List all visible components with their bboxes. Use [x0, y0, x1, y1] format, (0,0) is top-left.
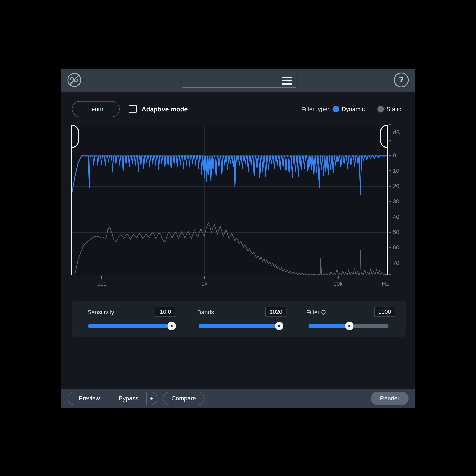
bands-label: Bands	[197, 309, 214, 316]
db-tick-label: 60	[393, 244, 399, 251]
filter_q-label: Filter Q	[306, 309, 326, 316]
filter_q-slider-fill	[308, 324, 349, 328]
filter-type-static-label: Static	[386, 101, 401, 117]
freq-tick-label: 100	[89, 280, 114, 287]
transport-button-group: Preview Bypass +	[68, 392, 157, 405]
freq-tick-mark	[338, 276, 339, 279]
adaptive-mode-label: Adaptive mode	[142, 101, 188, 117]
preview-button[interactable]: Preview	[68, 392, 111, 405]
db-tick-mark	[389, 201, 391, 202]
freq-tick-mark	[102, 276, 102, 279]
db-tick-label: 40	[393, 214, 399, 220]
add-preview-option-button[interactable]: +	[146, 392, 157, 405]
filter-type-radio-static[interactable]	[377, 106, 384, 113]
freq-tick-label: 1k	[192, 280, 217, 287]
db-tick-mark	[389, 124, 391, 125]
denoise-logo-icon	[67, 72, 82, 87]
db-tick-mark	[389, 140, 391, 141]
filter-type-radio-dynamic[interactable]	[332, 106, 340, 113]
screen-background: ? Learn Adaptive mode Filter type: Dynam…	[0, 0, 476, 476]
filter_q-value-field[interactable]: 1000	[374, 306, 395, 317]
bands-slider-fill	[199, 324, 279, 328]
db-tick-label: 10	[393, 168, 399, 174]
x-axis-line	[70, 274, 388, 275]
noise-spectrum-curve	[75, 223, 387, 275]
filter-type-label: Filter type:	[278, 101, 329, 117]
db-tick-mark	[389, 263, 391, 263]
sensitivity-label: Sensitivity	[87, 309, 114, 316]
db-tick-label: 0	[393, 152, 396, 159]
hamburger-menu-icon	[282, 77, 292, 78]
freq-tick-label: 10k	[326, 280, 350, 287]
db-tick-label: 70	[393, 260, 399, 266]
sensitivity-slider-thumb[interactable]	[168, 322, 176, 330]
bottom-bar: Preview Bypass + Compare Render	[61, 389, 415, 408]
filter-threshold-curve	[71, 156, 387, 196]
bands-slider-thumb[interactable]	[275, 322, 283, 330]
freq-tick-mark	[204, 276, 205, 279]
filter_q-slider-thumb[interactable]	[345, 322, 354, 330]
db-tick-mark	[389, 247, 391, 248]
compare-button[interactable]: Compare	[163, 392, 204, 405]
db-tick-mark	[389, 186, 391, 187]
adaptive-mode-checkbox[interactable]	[129, 105, 136, 113]
bands-slider-track[interactable]	[199, 324, 282, 328]
render-button[interactable]: Render	[371, 392, 408, 405]
filter-type-dynamic-label: Dynamic	[342, 101, 365, 117]
question-mark-icon: ?	[399, 75, 404, 84]
sensitivity-slider-track[interactable]	[88, 324, 175, 328]
sensitivity-value-field[interactable]: 10.0	[155, 306, 176, 317]
help-button[interactable]: ?	[394, 72, 409, 87]
learn-button[interactable]: Learn	[72, 101, 120, 117]
parameters-panel: Sensitivity10.0Bands1020Filter Q1000	[72, 301, 406, 337]
bypass-button[interactable]: Bypass	[111, 392, 146, 405]
db-tick-label: 50	[393, 229, 399, 235]
db-tick-label: 30	[393, 198, 399, 205]
db-tick-label: 20	[393, 183, 399, 189]
top-bar: ?	[61, 69, 415, 92]
freq-tick-label: Hz	[373, 280, 398, 287]
filter_q-slider-track[interactable]	[308, 324, 389, 328]
db-tick-label: dB	[393, 129, 400, 136]
db-tick-mark	[389, 232, 391, 233]
sensitivity-slider-fill	[88, 324, 172, 328]
db-tick-mark	[389, 155, 391, 156]
preset-dropdown[interactable]	[182, 74, 278, 87]
db-tick-mark	[389, 170, 391, 171]
preset-selector-group	[182, 74, 296, 87]
db-tick-mark	[389, 217, 391, 217]
high-freq-range-handle-grip[interactable]	[380, 125, 388, 148]
db-tick-mark	[389, 274, 391, 275]
spectrum-plot	[71, 125, 387, 275]
bands-value-field[interactable]: 1020	[265, 306, 287, 317]
menu-button[interactable]	[278, 74, 296, 87]
plugin-window: ? Learn Adaptive mode Filter type: Dynam…	[61, 69, 415, 408]
